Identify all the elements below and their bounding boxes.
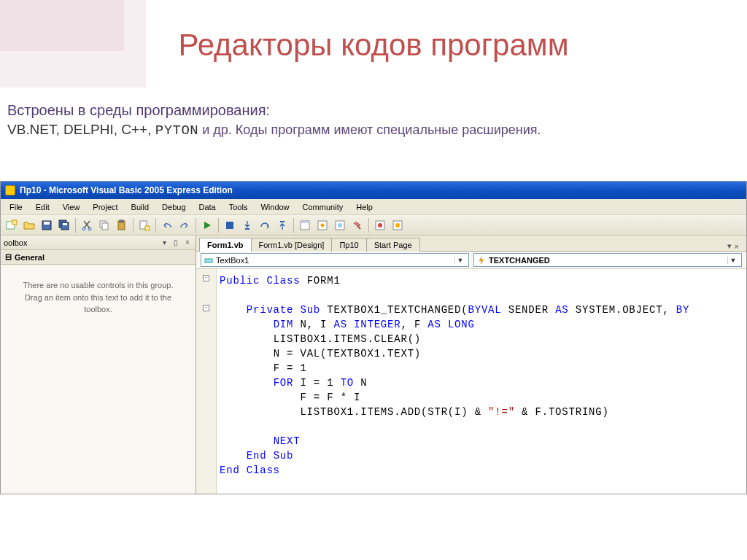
menu-build[interactable]: Build — [125, 201, 155, 213]
toolbox-title: oolbox — [4, 238, 27, 247]
error-list-button[interactable] — [372, 217, 388, 233]
tab-close-icon[interactable]: × — [735, 242, 739, 251]
pin-icon[interactable]: ▯ — [171, 238, 181, 248]
chevron-down-icon: ▼ — [454, 257, 465, 264]
class-selector[interactable]: TextBox1 ▼ — [201, 253, 469, 267]
menu-data[interactable]: Data — [193, 201, 222, 213]
solution-explorer-button[interactable] — [297, 217, 313, 233]
toolbar-separator — [75, 218, 76, 233]
toolbar-separator — [293, 218, 294, 233]
start-debug-button[interactable] — [199, 217, 215, 233]
copy-button[interactable] — [96, 217, 112, 233]
svg-rect-10 — [102, 223, 108, 230]
cut-button[interactable] — [79, 217, 95, 233]
paste-button[interactable] — [114, 217, 130, 233]
save-all-button[interactable] — [56, 217, 72, 233]
slide-title: Редакторы кодов программ — [0, 28, 747, 63]
svg-rect-14 — [145, 226, 150, 230]
step-over-button[interactable] — [257, 217, 273, 233]
toolbar — [1, 215, 746, 236]
svg-rect-12 — [120, 220, 123, 222]
window-titlebar: Пр10 - Microsoft Visual Basic 2005 Expre… — [1, 182, 746, 199]
svg-point-26 — [395, 223, 400, 228]
member-selector[interactable]: TEXTCHANGED ▼ — [473, 253, 742, 267]
body-line-1: Встроены в среды программирования: — [7, 102, 732, 119]
toolbox-pane: oolbox ▾ ▯ × ⊟ General There are no usab… — [1, 236, 196, 494]
field-icon — [204, 256, 213, 265]
toolbar-separator — [133, 218, 133, 233]
outline-toggle[interactable]: - — [203, 305, 209, 311]
menu-project[interactable]: Project — [87, 201, 123, 213]
immediate-window-button[interactable] — [390, 217, 406, 233]
outline-toggle[interactable]: - — [203, 275, 209, 281]
menu-file[interactable]: File — [4, 201, 28, 213]
editor-area: Form1.vb Form1.vb [Design] Пр10 Start Pa… — [196, 236, 746, 494]
close-icon[interactable]: × — [182, 238, 193, 248]
svg-point-22 — [338, 223, 342, 228]
menu-debug[interactable]: Debug — [156, 201, 191, 213]
code-gutter: - - — [196, 269, 217, 494]
tab-start-page[interactable]: Start Page — [366, 238, 420, 252]
new-project-button[interactable] — [4, 217, 20, 233]
step-out-button[interactable] — [274, 217, 290, 233]
dropdown-icon[interactable]: ▾ — [159, 238, 169, 248]
svg-rect-27 — [205, 259, 212, 262]
toolbox-section-general[interactable]: ⊟ General — [1, 250, 196, 265]
save-button[interactable] — [39, 217, 55, 233]
toolbar-separator — [218, 218, 219, 233]
tab-dropdown-icon[interactable]: ▾ — [727, 241, 732, 251]
toolbar-separator — [196, 218, 196, 233]
menu-help[interactable]: Help — [350, 201, 379, 213]
tab-project[interactable]: Пр10 — [331, 238, 366, 252]
svg-point-24 — [378, 223, 382, 228]
code-text[interactable]: Public Class FORM1 Private Sub TEXTBOX1_… — [217, 269, 746, 494]
redo-button[interactable] — [177, 217, 193, 233]
step-into-button[interactable] — [239, 217, 255, 233]
slide-body: Встроены в среды программирования: VB.NE… — [7, 102, 732, 139]
menu-community[interactable]: Community — [297, 201, 349, 213]
toolbar-separator — [368, 218, 369, 233]
svg-rect-3 — [44, 222, 50, 225]
toolbox-button[interactable] — [349, 217, 365, 233]
member-bar: TextBox1 ▼ TEXTCHANGED ▼ — [196, 252, 746, 269]
undo-button[interactable] — [159, 217, 175, 233]
menu-view[interactable]: View — [57, 201, 86, 213]
tab-form1-vb[interactable]: Form1.vb — [199, 238, 252, 252]
tab-form1-design[interactable]: Form1.vb [Design] — [251, 238, 333, 252]
svg-rect-16 — [245, 228, 249, 230]
toolbox-header: oolbox ▾ ▯ × — [1, 236, 196, 250]
object-browser-button[interactable] — [332, 217, 348, 233]
menu-edit[interactable]: Edit — [30, 201, 55, 213]
properties-button[interactable] — [314, 217, 330, 233]
toolbar-separator — [155, 218, 156, 233]
event-icon — [477, 256, 486, 265]
window-title: Пр10 - Microsoft Visual Basic 2005 Expre… — [20, 185, 233, 195]
collapse-icon: ⊟ — [5, 252, 12, 262]
svg-rect-1 — [12, 220, 17, 225]
body-line-2: VB.NET, DELPHI, C++, PYTON и др. Коды пр… — [7, 122, 732, 139]
chevron-down-icon: ▼ — [727, 257, 738, 264]
menu-bar: File Edit View Project Build Debug Data … — [1, 199, 746, 215]
add-item-button[interactable] — [136, 217, 152, 233]
toolbox-empty-text: There are no usable controls in this gro… — [1, 265, 196, 494]
svg-rect-19 — [301, 221, 309, 223]
open-button[interactable] — [21, 217, 37, 233]
svg-rect-6 — [63, 223, 67, 225]
code-editor[interactable]: - - Public Class FORM1 Private Sub TEXTB… — [196, 269, 746, 494]
menu-window[interactable]: Window — [255, 201, 295, 213]
stop-button[interactable] — [222, 217, 238, 233]
app-icon — [5, 185, 15, 195]
svg-rect-15 — [226, 222, 233, 229]
menu-tools[interactable]: Tools — [223, 201, 254, 213]
svg-rect-17 — [280, 221, 285, 222]
document-tabs: Form1.vb Form1.vb [Design] Пр10 Start Pa… — [196, 236, 746, 252]
ide-window: Пр10 - Microsoft Visual Basic 2005 Expre… — [0, 181, 747, 494]
